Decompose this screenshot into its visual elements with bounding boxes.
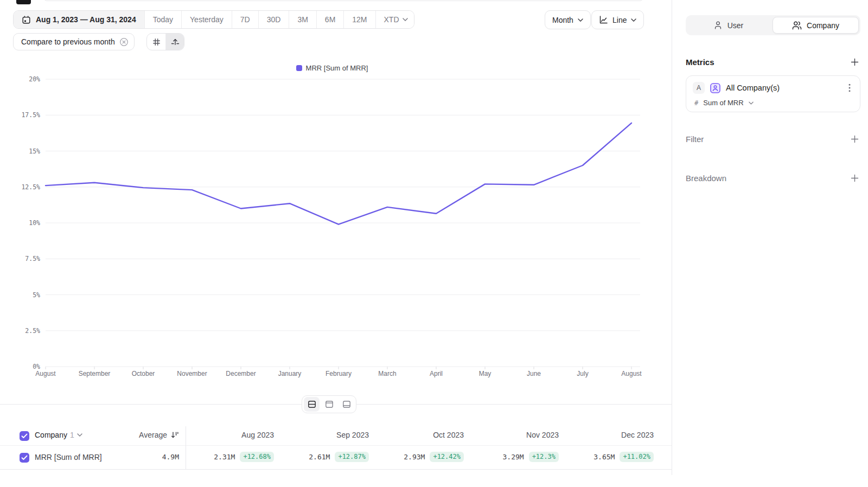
metric-card-title-row: A All Company(s)	[693, 82, 780, 94]
month-column-header[interactable]: Oct 2023	[366, 431, 464, 439]
month-value-cell: 2.93M+12.42%	[355, 452, 464, 462]
range-button-7d[interactable]: 7D	[232, 11, 258, 28]
calendar-icon	[22, 15, 31, 24]
breakdown-heading: Breakdown	[686, 174, 726, 183]
user-icon	[713, 21, 723, 30]
month-value-cell: 2.61M+12.87%	[260, 452, 369, 462]
y-axis-tick-label: 17.5%	[21, 111, 40, 119]
kebab-icon	[848, 84, 851, 92]
add-filter-button[interactable]	[848, 133, 860, 145]
y-axis-tick-label: 10%	[29, 219, 40, 227]
range-button-yesterday[interactable]: Yesterday	[181, 11, 232, 28]
range-button-12m[interactable]: 12M	[343, 11, 375, 28]
granularity-label: Month	[552, 16, 573, 24]
plus-icon	[851, 58, 859, 66]
number-type-icon: #	[694, 99, 698, 107]
month-column-header[interactable]: Nov 2023	[461, 431, 559, 439]
table-view-button[interactable]	[339, 397, 354, 412]
y-axis-tick-label: 0%	[33, 363, 40, 370]
x-axis-month-label: August	[621, 370, 642, 377]
metric-menu-button[interactable]	[844, 82, 856, 94]
metric-field-label: Sum of MRR	[703, 99, 743, 107]
add-metric-button[interactable]	[848, 56, 860, 68]
filter-section-header: Filter	[686, 133, 860, 145]
x-axis-month-label: December	[226, 370, 256, 377]
row-checkbox[interactable]	[20, 453, 29, 463]
chart-type-dropdown[interactable]: Line	[591, 10, 644, 29]
tab-company-label: Company	[807, 21, 839, 30]
users-icon	[792, 21, 802, 30]
delta-badge: +11.02%	[620, 452, 654, 462]
split-view-button[interactable]	[304, 397, 320, 412]
metric-field-dropdown[interactable]: # Sum of MRR	[694, 99, 754, 107]
x-axis-month-label: May	[479, 370, 492, 377]
x-axis-month-label: February	[326, 370, 352, 377]
xtd-dropdown-button[interactable]: XTD	[375, 11, 414, 28]
chart-view-icon	[325, 400, 334, 408]
add-breakdown-button[interactable]	[848, 172, 860, 184]
company-id-badge-icon	[710, 82, 721, 94]
report-main-area: Aug 1, 2023 — Aug 31, 2024 TodayYesterda…	[0, 0, 672, 487]
plus-icon	[851, 135, 859, 143]
metrics-heading: Metrics	[686, 57, 714, 67]
range-button-30d[interactable]: 30D	[258, 11, 289, 28]
x-axis-month-label: June	[527, 370, 541, 377]
config-sidebar: User Company Metrics A	[672, 0, 868, 475]
xtd-label: XTD	[384, 15, 399, 24]
average-column-header[interactable]: Average	[139, 431, 179, 439]
chart-view-button[interactable]	[321, 397, 337, 412]
entity-dropdown[interactable]: Company 1	[35, 431, 82, 439]
chevron-down-icon	[749, 101, 754, 105]
metric-entity-name: All Company(s)	[726, 84, 780, 92]
date-range-label: Aug 1, 2023 — Aug 31, 2024	[36, 15, 136, 24]
y-axis-tick-label: 12.5%	[21, 183, 40, 191]
y-axis-tick-label: 2.5%	[25, 327, 40, 335]
close-circle-icon[interactable]	[119, 37, 129, 47]
mrr-line-chart: 0%2.5%5%7.5%10%12.5%15%17.5%20%AugustSep…	[0, 76, 664, 383]
cell-value: 2.93M	[404, 453, 425, 461]
granularity-dropdown[interactable]: Month	[545, 10, 591, 29]
month-column-header[interactable]: Sep 2023	[271, 431, 369, 439]
select-all-checkbox[interactable]	[20, 431, 29, 441]
check-icon	[21, 433, 28, 439]
tab-user[interactable]: User	[686, 15, 771, 35]
metrics-section-header: Metrics	[686, 56, 860, 68]
legend-label: MRR [Sum of MRR]	[306, 64, 368, 72]
range-button-3m[interactable]: 3M	[289, 11, 316, 28]
x-axis-month-label: November	[177, 370, 207, 377]
metric-card[interactable]: A All Company(s) # Sum of MRR	[686, 75, 860, 112]
grid-icon	[152, 38, 161, 46]
filter-heading: Filter	[686, 134, 704, 144]
entity-count: 1	[70, 431, 74, 439]
y-axis-tick-label: 20%	[29, 76, 40, 83]
x-axis-month-label: July	[577, 370, 588, 377]
month-value-cell: 3.29M+12.3%	[450, 452, 559, 462]
line-chart-icon	[599, 15, 608, 24]
x-axis-month-label: April	[430, 370, 443, 377]
tab-user-label: User	[727, 21, 744, 30]
grid-toggle-button[interactable]	[147, 34, 165, 50]
legend-swatch	[296, 65, 302, 71]
check-icon	[21, 455, 28, 460]
metric-row-label: MRR [Sum of MRR]	[35, 453, 102, 462]
month-value-cell: 3.65M+11.02%	[545, 452, 654, 462]
y-axis-tick-label: 15%	[29, 148, 40, 155]
x-axis-month-label: August	[35, 370, 56, 377]
top-cropped-element	[16, 0, 31, 4]
date-range-group: Aug 1, 2023 — Aug 31, 2024 TodayYesterda…	[13, 10, 414, 29]
compare-chip[interactable]: Compare to previous month	[13, 33, 135, 50]
date-range-button[interactable]: Aug 1, 2023 — Aug 31, 2024	[14, 11, 144, 28]
y-axis-tick-label: 7.5%	[25, 255, 40, 262]
chart-type-label: Line	[612, 16, 627, 24]
chevron-down-icon	[578, 18, 583, 22]
tab-company[interactable]: Company	[773, 17, 859, 34]
month-column-header[interactable]: Dec 2023	[556, 431, 654, 439]
range-button-6m[interactable]: 6M	[316, 11, 343, 28]
events-toggle-button[interactable]	[165, 34, 184, 50]
cell-value: 2.31M	[214, 453, 235, 461]
month-column-header[interactable]: Aug 2023	[176, 431, 274, 439]
range-button-today[interactable]: Today	[144, 11, 181, 28]
average-label: Average	[139, 431, 167, 439]
split-view-icon	[308, 400, 316, 408]
chevron-down-icon	[631, 18, 636, 22]
